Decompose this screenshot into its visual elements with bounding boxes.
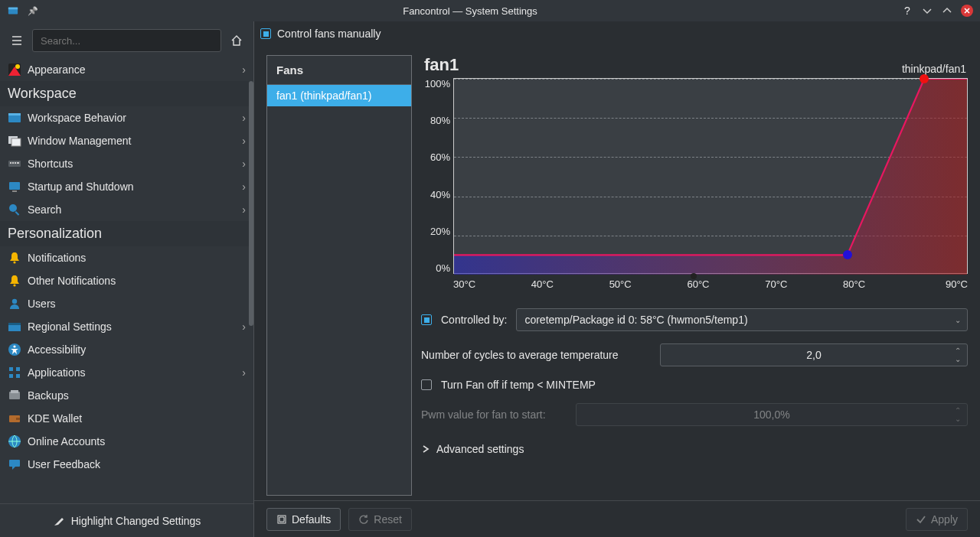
sidebar-item-notifications[interactable]: Notifications [0, 246, 253, 269]
curve-handle[interactable] [843, 250, 852, 259]
sidebar: Appearance›WorkspaceWorkspace Behavior›W… [0, 21, 254, 537]
sidebar-item-regional-settings[interactable]: Regional Settings› [0, 315, 253, 338]
help-icon[interactable]: ? [900, 4, 914, 18]
sidebar-item-backups[interactable]: Backups [0, 384, 253, 407]
close-button[interactable] [960, 4, 974, 18]
sidebar-item-users[interactable]: Users [0, 292, 253, 315]
window-mgr-icon [8, 134, 21, 148]
users-icon [8, 297, 21, 311]
sidebar-item-label: Regional Settings [28, 321, 236, 333]
controlled-by-checkbox[interactable] [421, 314, 432, 325]
control-manually-checkbox[interactable] [260, 28, 271, 39]
keyboard-icon [8, 157, 21, 171]
sidebar-item-label: Users [28, 298, 246, 310]
sidebar-item-label: Appearance [28, 63, 236, 76]
defaults-button[interactable]: Defaults [266, 508, 341, 531]
svg-point-15 [9, 204, 17, 212]
fan-curve-chart: 100%80%60%40%20%0% [421, 78, 968, 274]
y-tick-label: 60% [430, 151, 450, 163]
globe-icon [8, 320, 21, 334]
chevron-right-icon: › [242, 181, 246, 193]
apply-button: Apply [906, 508, 968, 531]
appearance-icon [8, 63, 21, 76]
apply-label: Apply [931, 513, 958, 526]
search-input[interactable] [32, 29, 221, 52]
button-bar: Defaults Reset Apply [254, 500, 980, 537]
svg-rect-33 [9, 460, 20, 467]
advanced-settings-toggle[interactable]: Advanced settings [421, 443, 968, 455]
svg-rect-11 [15, 162, 16, 164]
svg-point-18 [13, 284, 15, 286]
sidebar-item-online-accounts[interactable]: Online Accounts [0, 430, 253, 453]
svg-rect-10 [12, 162, 14, 164]
sidebar-item-search[interactable]: Search› [0, 198, 253, 221]
mintemp-checkbox[interactable] [421, 379, 432, 390]
control-manually-row[interactable]: Control fans manually [260, 28, 968, 46]
chevron-right-icon: › [242, 112, 246, 124]
defaults-label: Defaults [292, 513, 331, 526]
sidebar-item-label: Accessibility [28, 343, 246, 356]
window-title: Fancontrol — System Settings [46, 5, 894, 17]
sidebar-item-label: Search [28, 203, 236, 216]
chart-x-axis: 30°C40°C50°C60°C70°C80°C90°C [453, 278, 968, 290]
x-tick-label: 30°C [453, 278, 531, 290]
chart-y-axis: 100%80%60%40%20%0% [421, 78, 453, 274]
home-button[interactable] [226, 30, 247, 51]
sidebar-item-window-management[interactable]: Window Management› [0, 129, 253, 152]
hamburger-button[interactable] [6, 30, 28, 51]
sidebar-item-kde-wallet[interactable]: KDE Wallet [0, 407, 253, 430]
minimize-icon[interactable] [920, 4, 934, 18]
sidebar-item-label: Shortcuts [28, 158, 236, 170]
content-area: Control fans manually Fans fan1 (thinkpa… [254, 21, 980, 537]
sidebar-item-user-feedback[interactable]: User Feedback [0, 453, 253, 476]
sidebar-item-appearance[interactable]: Appearance› [0, 58, 253, 81]
y-tick-label: 20% [430, 226, 450, 237]
advanced-settings-label: Advanced settings [436, 443, 524, 455]
maximize-icon[interactable] [940, 4, 954, 18]
sidebar-scrollbar[interactable] [249, 81, 253, 326]
pin-icon[interactable] [26, 4, 40, 18]
workspace-icon [8, 111, 21, 125]
a11y-icon [8, 343, 21, 356]
reset-button: Reset [348, 508, 412, 531]
svg-point-23 [13, 345, 15, 347]
online-icon [8, 434, 21, 448]
highlight-changed-button[interactable]: Highlight Changed Settings [0, 503, 253, 537]
sidebar-item-label: Notifications [28, 252, 246, 264]
sidebar-item-label: Other Notifications [28, 275, 246, 287]
sidebar-item-accessibility[interactable]: Accessibility [0, 338, 253, 361]
search-icon [8, 203, 21, 216]
titlebar: Fancontrol — System Settings ? [0, 0, 980, 21]
sidebar-item-applications[interactable]: Applications› [0, 361, 253, 384]
sidebar-item-label: Window Management [28, 135, 236, 147]
sidebar-item-startup-and-shutdown[interactable]: Startup and Shutdown› [0, 175, 253, 198]
mintemp-label: Turn Fan off if temp < MINTEMP [441, 379, 596, 391]
curve-handle[interactable] [920, 74, 929, 83]
sidebar-item-workspace-behavior[interactable]: Workspace Behavior› [0, 106, 253, 129]
cycles-spinbox[interactable]: 2,0 ⌃⌄ [660, 343, 968, 366]
chart-title: fan1 [424, 55, 459, 75]
pwm-start-label: Pwm value for fan to start: [421, 408, 567, 421]
sidebar-group-header: Workspace [0, 81, 253, 106]
svg-rect-16 [15, 211, 20, 216]
sidebar-item-label: Backups [28, 389, 246, 402]
fan-list-item[interactable]: fan1 (thinkpad/fan1) [267, 85, 411, 106]
pwm-start-value: 100,0% [753, 408, 789, 421]
sidebar-item-label: Applications [28, 366, 236, 379]
sidebar-item-other-notifications[interactable]: Other Notifications [0, 269, 253, 292]
bell-icon [8, 251, 21, 265]
pwm-start-spinbox: 100,0% ⌃⌄ [576, 403, 968, 426]
chevron-right-icon: › [242, 203, 246, 216]
y-tick-label: 0% [436, 262, 450, 274]
sidebar-item-label: User Feedback [28, 458, 246, 470]
current-temp-marker [691, 273, 697, 279]
chevron-right-icon: › [242, 158, 246, 170]
controlled-by-select[interactable]: coretemp/Package id 0: 58°C (hwmon5/temp… [516, 308, 968, 331]
sidebar-group-header: Personalization [0, 221, 253, 246]
x-tick-label: 50°C [609, 278, 688, 290]
sidebar-item-shortcuts[interactable]: Shortcuts› [0, 152, 253, 175]
svg-point-17 [13, 261, 15, 263]
chart-plot-area[interactable] [453, 78, 968, 274]
reset-label: Reset [374, 513, 402, 526]
mintemp-row[interactable]: Turn Fan off if temp < MINTEMP [421, 379, 968, 391]
